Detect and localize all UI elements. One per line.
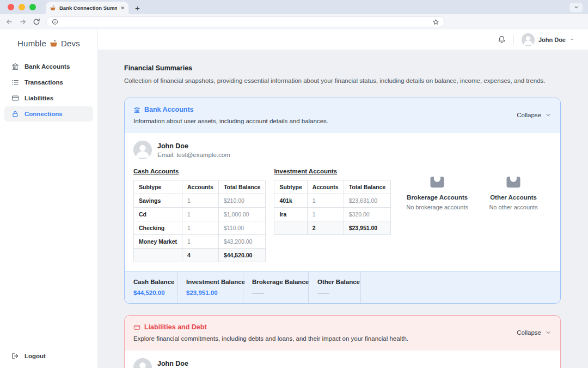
logo-text-right: Devs — [61, 39, 80, 48]
cell-total-balance: $23,951.00 — [344, 221, 391, 235]
bank-card-title-row: Bank Accounts — [133, 106, 328, 113]
table-row: Money Market 1 $43,200.00 — [134, 235, 266, 249]
cell-empty — [274, 221, 307, 235]
bank-summary-footer: Cash Balance $44,520.00 Investment Balan… — [125, 271, 560, 303]
chevron-down-icon — [545, 329, 552, 336]
main-content: Financial Summaries Collection of financ… — [98, 50, 588, 368]
table-total-row: 4 $44,520.00 — [134, 249, 266, 262]
table-row: Checking 1 $110.00 — [134, 221, 266, 235]
cell-total-balance: $44,520.00 — [218, 249, 266, 262]
chevron-down-icon — [545, 112, 552, 118]
summary-other-balance: Other Balance —— — [309, 272, 361, 303]
content-area: John Doe Financial Summaries Collection … — [98, 29, 588, 368]
header-divider — [513, 35, 514, 45]
bank-icon — [133, 106, 140, 113]
summary-value-dash: —— — [252, 289, 299, 296]
user-email: Email: test@example.com — [157, 152, 230, 158]
forward-icon[interactable] — [19, 18, 27, 26]
tab-title: Bank Connection Summary | C — [59, 5, 117, 11]
bank-card-description: Information about user assets, including… — [133, 118, 328, 124]
liabilities-user-row: John Doe Email: test@example.com — [133, 358, 552, 368]
logout-icon — [11, 352, 19, 360]
info-icon[interactable] — [52, 19, 58, 25]
table-header-row: Subtype Accounts Total Balance — [274, 180, 391, 194]
cash-accounts-column: Cash Accounts Subtype Accounts Total Bal… — [133, 165, 266, 262]
sidebar-item-liabilities[interactable]: Liabilities — [4, 91, 93, 106]
summary-cash-balance: Cash Balance $44,520.00 — [125, 272, 177, 303]
liabilities-collapse-button[interactable]: Collapse — [517, 329, 552, 336]
cell-balance: $210.00 — [218, 194, 266, 208]
address-bar[interactable] — [46, 16, 445, 27]
back-icon[interactable] — [5, 18, 13, 26]
close-tab-icon[interactable]: ✕ — [120, 5, 125, 11]
investment-accounts-heading: Investment Accounts — [274, 168, 391, 174]
summary-brokerage-balance: Brokerage Balance —— — [243, 272, 309, 303]
basket-logo-icon — [49, 39, 58, 48]
bank-card-header-text: Bank Accounts Information about user ass… — [133, 106, 328, 124]
logout-label: Logout — [24, 353, 46, 359]
other-empty-title: Other Accounts — [490, 194, 537, 201]
summary-value: $44,520.00 — [133, 289, 168, 296]
col-subtype: Subtype — [134, 180, 182, 194]
cell-accounts: 1 — [182, 194, 219, 208]
sidebar-item-label: Bank Accounts — [24, 63, 70, 70]
sidebar-menu: Bank Accounts Transactions Liabilities C… — [0, 57, 97, 124]
cash-accounts-heading: Cash Accounts — [133, 168, 266, 174]
new-tab-button[interactable]: + — [135, 4, 140, 12]
close-window-button[interactable] — [8, 4, 14, 10]
cell-subtype: Ira — [274, 208, 307, 221]
user-menu[interactable]: John Doe — [522, 33, 574, 46]
summary-label: Cash Balance — [133, 279, 168, 285]
credit-card-icon — [11, 94, 19, 102]
cell-accounts: 1 — [307, 194, 344, 208]
table-row: 401k 1 $23,631.00 — [274, 194, 391, 208]
sidebar-item-connections[interactable]: Connections — [4, 106, 93, 122]
app-window: Humble Devs Bank Accounts Transactions L… — [0, 29, 588, 368]
minimize-window-button[interactable] — [19, 4, 25, 10]
liabilities-card-body: John Doe Email: test@example.com Credit … — [125, 351, 560, 368]
reload-icon[interactable] — [33, 18, 40, 26]
liabilities-card-title: Liabilities and Debt — [144, 323, 207, 331]
browser-tab[interactable]: Bank Connection Summary | C ✕ — [46, 2, 128, 14]
liabilities-card: Liabilities and Debt Explore financial c… — [124, 315, 561, 368]
star-icon[interactable] — [432, 19, 439, 26]
table-total-row: 2 $23,951.00 — [274, 221, 391, 235]
header-user-name: John Doe — [538, 37, 566, 43]
other-empty-message: No other accounts — [489, 204, 537, 210]
sidebar-item-bank-accounts[interactable]: Bank Accounts — [4, 59, 93, 74]
table-row: Ira 1 $320.00 — [274, 208, 391, 221]
brokerage-empty-state: Brokerage Accounts No brokerage accounts — [399, 174, 475, 210]
cell-subtype: Checking — [134, 221, 182, 235]
page-title: Financial Summaries — [124, 64, 561, 72]
browser-tab-strip: Bank Connection Summary | C ✕ + — [0, 0, 588, 14]
liabilities-card-header-text: Liabilities and Debt Explore financial c… — [133, 323, 408, 342]
maximize-window-button[interactable] — [29, 4, 36, 10]
cell-balance: $43,200.00 — [218, 235, 266, 249]
logo-text-left: Humble — [17, 39, 46, 48]
logout-button[interactable]: Logout — [0, 344, 97, 368]
bank-card-title: Bank Accounts — [144, 106, 194, 113]
app-header: John Doe — [98, 29, 588, 50]
liabilities-card-title-row: Liabilities and Debt — [133, 323, 408, 331]
summary-label: Other Balance — [317, 279, 352, 285]
sidebar-item-label: Transactions — [24, 79, 63, 86]
col-accounts: Accounts — [307, 180, 344, 194]
avatar — [133, 358, 152, 368]
bank-card-header: Bank Accounts Information about user ass… — [125, 98, 560, 133]
table-header-row: Subtype Accounts Total Balance — [134, 180, 266, 194]
tab-search-chevron-icon[interactable] — [569, 3, 583, 12]
cell-subtype: Money Market — [134, 235, 182, 249]
bell-icon[interactable] — [498, 35, 506, 44]
summary-label: Brokerage Balance — [252, 279, 299, 285]
page-description: Collection of financial snapshots, provi… — [124, 77, 561, 84]
col-subtype: Subtype — [274, 180, 307, 194]
sidebar-item-transactions[interactable]: Transactions — [4, 75, 93, 90]
col-accounts: Accounts — [182, 180, 219, 194]
lock-icon — [11, 110, 19, 118]
cash-accounts-table: Subtype Accounts Total Balance Savings 1 — [133, 180, 266, 262]
bank-collapse-button[interactable]: Collapse — [517, 112, 552, 118]
cell-balance: $23,631.00 — [344, 194, 391, 208]
investment-accounts-table: Subtype Accounts Total Balance 401k 1 — [274, 180, 391, 235]
liabilities-card-header: Liabilities and Debt Explore financial c… — [125, 316, 560, 351]
table-row: Cd 1 $1,000.00 — [134, 208, 266, 221]
